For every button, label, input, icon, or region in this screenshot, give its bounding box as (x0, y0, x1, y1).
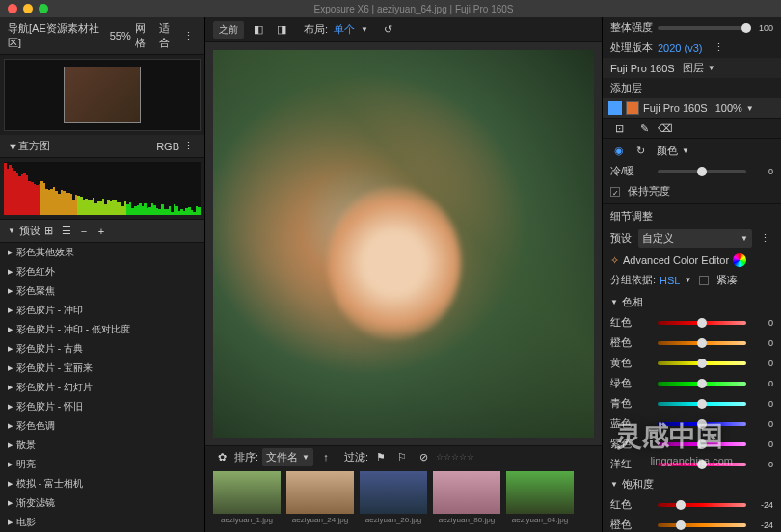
color-label: 红色 (610, 315, 654, 330)
preset-item[interactable]: ▶彩色聚焦 (0, 281, 204, 301)
color-slider[interactable] (658, 382, 746, 386)
color-value: 0 (750, 460, 773, 469)
preset-item[interactable]: ▶电影 (0, 513, 204, 532)
preset-item[interactable]: ▶彩色胶片 - 冲印 (0, 301, 204, 320)
coldwarm-label: 冷/暖 (610, 164, 654, 178)
max-dot[interactable] (39, 4, 48, 13)
color-slider[interactable] (658, 422, 746, 426)
detail-menu-icon[interactable]: ⋮ (758, 232, 771, 246)
eraser-icon[interactable]: ⌫ (659, 121, 672, 135)
color-label: 青色 (610, 396, 654, 411)
histogram[interactable] (4, 162, 201, 215)
preset-list: ▶彩色其他效果▶彩色红外▶彩色聚焦▶彩色胶片 - 冲印▶彩色胶片 - 冲印 - … (0, 243, 204, 532)
color-label: 橙色 (610, 518, 654, 532)
split-icon[interactable]: ◨ (275, 23, 288, 37)
before-button[interactable]: 之前 (213, 21, 244, 39)
keep-bright-checkbox[interactable] (610, 187, 620, 197)
chevron-down-icon[interactable]: ▼ (8, 226, 15, 235)
preset-item[interactable]: ▶彩色胶片 - 古典 (0, 339, 204, 359)
presets-header: ▼ 预设 ⊞ ☰ − + (0, 219, 204, 243)
color-value: 0 (750, 439, 773, 449)
brush-icon[interactable]: ✎ (637, 121, 651, 135)
coldwarm-slider[interactable] (658, 170, 746, 173)
preset-item[interactable]: ▶散景 (0, 436, 204, 455)
layout-single[interactable]: 单个 (334, 22, 355, 37)
histogram-menu-icon[interactable]: ⋮ (181, 140, 195, 153)
color-slider[interactable] (658, 361, 746, 365)
chevron-down-icon[interactable]: ▼ (8, 141, 18, 152)
color-slider[interactable] (658, 523, 746, 527)
thumbnail[interactable]: aeziyuan_26.jpg (360, 471, 427, 528)
keep-bright-label: 保持亮度 (628, 184, 670, 199)
add-layer-label[interactable]: 添加层 (610, 81, 642, 95)
histogram-label: 直方图 (18, 139, 50, 153)
close-dot[interactable] (8, 4, 17, 13)
reject-icon[interactable]: ⊘ (417, 450, 430, 464)
nav-label: 导航[AE资源素材社区] (8, 21, 110, 50)
preset-item[interactable]: ▶明亮 (0, 455, 204, 474)
preset-item[interactable]: ▶彩色色调 (0, 416, 204, 436)
nav-fit[interactable]: 适合 (159, 21, 179, 50)
thumbnail[interactable]: aeziyuan_24.jpg (286, 471, 354, 528)
sat-section[interactable]: 饱和度 (622, 477, 654, 492)
preset-item[interactable]: ▶彩色胶片 - 怀旧 (0, 397, 204, 416)
nav-preview[interactable] (4, 59, 201, 131)
version-menu-icon[interactable]: ⋮ (712, 41, 725, 55)
version-value[interactable]: 2020 (v3) (658, 42, 702, 54)
presets-label: 预设 (19, 224, 40, 238)
compare-icon[interactable]: ◧ (252, 23, 265, 37)
color-slider[interactable] (658, 503, 746, 507)
layer-visible-icon[interactable] (608, 101, 622, 115)
color-slider[interactable] (658, 402, 746, 406)
thumbnail[interactable]: aeziyuan_1.jpg (213, 471, 281, 528)
grid-view-icon[interactable]: ⊞ (42, 225, 56, 238)
preset-item[interactable]: ▶模拟 - 富士相机 (0, 474, 204, 493)
layer-opacity[interactable]: 100% (715, 102, 742, 114)
flag-icon[interactable]: ⚑ (374, 450, 388, 464)
preset-item[interactable]: ▶渐变滤镜 (0, 493, 204, 513)
nav-zoom[interactable]: 55% (110, 30, 131, 41)
thumbnail[interactable]: aeziyuan_80.jpg (433, 471, 500, 528)
detail-preset-label: 预设: (610, 231, 634, 246)
color-label: 橙色 (610, 335, 654, 350)
flag-outline-icon[interactable]: ⚐ (395, 450, 409, 464)
list-view-icon[interactable]: ☰ (60, 225, 73, 238)
reset-icon[interactable]: ↺ (382, 23, 395, 37)
refresh-icon[interactable]: ↻ (633, 145, 647, 158)
nav-grid[interactable]: 网格 (135, 21, 155, 50)
sort-select[interactable]: 文件名▼ (262, 448, 313, 466)
overall-slider[interactable] (658, 26, 746, 30)
ace-row[interactable]: ✧ Advanced Color Editor (603, 251, 781, 270)
color-slider[interactable] (658, 442, 746, 446)
histogram-mode[interactable]: RGB (156, 141, 179, 152)
min-dot[interactable] (23, 4, 33, 13)
detail-preset-select[interactable]: 自定义▼ (638, 229, 752, 248)
crop-icon[interactable]: ⊡ (612, 121, 626, 135)
color-slider[interactable] (658, 463, 746, 466)
hue-section[interactable]: 色相 (622, 295, 643, 309)
color-value: 0 (750, 419, 773, 429)
nav-menu-icon[interactable]: ⋮ (181, 29, 195, 42)
preset-item[interactable]: ▶彩色红外 (0, 262, 204, 281)
sort-asc-icon[interactable]: ↑ (319, 450, 333, 464)
color-value: -24 (750, 520, 773, 530)
layer-row[interactable]: Fuji Pro 160S 100% ▼ (603, 98, 781, 118)
color-label: 红色 (610, 497, 654, 512)
image-toolbar: 之前 ◧ ◨ 布局: 单个 ▼ ↺ (205, 17, 602, 42)
preset-item[interactable]: ▶彩色胶片 - 宝丽来 (0, 359, 204, 378)
preset-item[interactable]: ▶彩色胶片 - 冲印 - 低对比度 (0, 320, 204, 339)
preset-item[interactable]: ▶彩色胶片 - 幻灯片 (0, 378, 204, 397)
preset-item[interactable]: ▶彩色其他效果 (0, 243, 204, 262)
hsl-mode[interactable]: HSL (660, 275, 680, 286)
image-viewport[interactable] (205, 42, 602, 445)
gear-icon[interactable]: ✿ (215, 450, 229, 464)
star-filter[interactable]: ☆☆☆☆☆ (436, 452, 474, 462)
compact-checkbox[interactable] (699, 276, 709, 285)
plus-icon[interactable]: + (94, 225, 108, 238)
color-slider[interactable] (658, 321, 746, 325)
minus-icon[interactable]: − (77, 225, 91, 238)
color-wheel-icon (733, 253, 746, 267)
color-slider[interactable] (658, 341, 746, 345)
color-toggle-icon[interactable]: ◉ (612, 145, 626, 158)
thumbnail[interactable]: aeziyuan_64.jpg (506, 471, 574, 528)
